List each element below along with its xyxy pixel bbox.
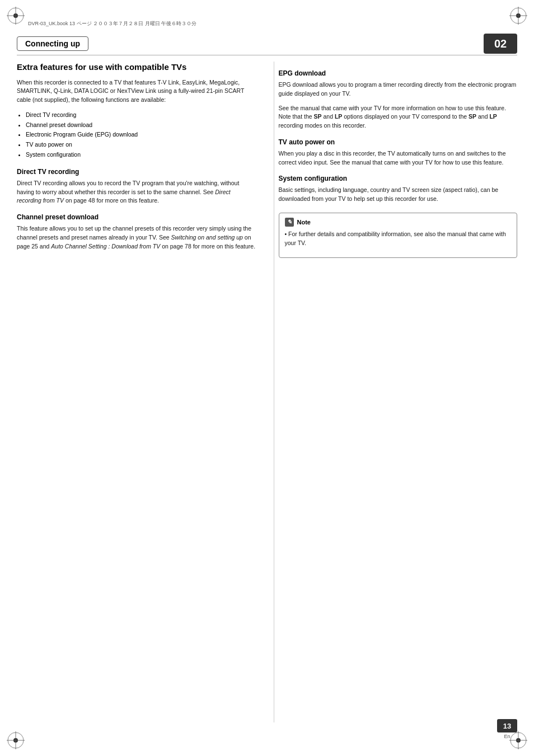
note-icon: ✎ <box>285 218 294 227</box>
tv-auto-power-text: When you play a disc in this recorder, t… <box>279 149 518 167</box>
tv-auto-power-heading: TV auto power on <box>279 138 518 146</box>
note-box: ✎ Note • For further details and compati… <box>279 213 518 259</box>
channel-preset-heading: Channel preset download <box>17 213 256 221</box>
system-config-heading: System configuration <box>279 175 518 182</box>
corner-mark-tr <box>507 4 530 27</box>
feature-list: Direct TV recording Channel preset downl… <box>26 110 256 160</box>
epg-download-heading: EPG download <box>279 69 518 77</box>
list-item: System configuration <box>26 150 256 160</box>
page-container: DVR-03_UK.book 13 ページ ２００３年７月２８日 月曜日 午後６… <box>0 0 534 756</box>
chapter-number: 02 <box>484 34 517 54</box>
direct-recording-heading: Direct TV recording <box>17 168 256 176</box>
list-item: Direct TV recording <box>26 110 256 120</box>
channel-preset-text: This feature allows you to set up the ch… <box>17 224 256 251</box>
header-bar: Connecting up 02 <box>17 34 517 54</box>
corner-mark-tl <box>4 4 27 27</box>
list-item: Channel preset download <box>26 120 256 130</box>
page-number-box: 13 En <box>497 719 517 739</box>
direct-recording-text: Direct TV recording allows you to record… <box>17 179 256 205</box>
note-text: • For further details and compatibility … <box>285 230 512 248</box>
section-title: Extra features for use with compatible T… <box>17 62 256 73</box>
main-content: Extra features for use with compatible T… <box>17 62 517 722</box>
list-item: TV auto power on <box>26 140 256 150</box>
list-item: Electronic Program Guide (EPG) download <box>26 130 256 140</box>
intro-text: When this recorder is connected to a TV … <box>17 78 256 105</box>
epg-download-text2: See the manual that came with your TV fo… <box>279 104 518 130</box>
right-column: EPG download EPG download allows you to … <box>274 62 518 722</box>
page-lang: En <box>497 734 517 739</box>
system-config-text: Basic settings, including language, coun… <box>279 186 518 204</box>
left-column: Extra features for use with compatible T… <box>17 62 260 722</box>
header-title: Connecting up <box>17 36 88 51</box>
corner-mark-bl <box>4 729 27 752</box>
header-divider <box>17 55 517 55</box>
page-number: 13 <box>497 719 517 732</box>
note-title: ✎ Note <box>285 218 512 227</box>
file-info: DVR-03_UK.book 13 ページ ２００３年７月２８日 月曜日 午後６… <box>28 20 196 27</box>
epg-download-text1: EPG download allows you to program a tim… <box>279 81 518 98</box>
